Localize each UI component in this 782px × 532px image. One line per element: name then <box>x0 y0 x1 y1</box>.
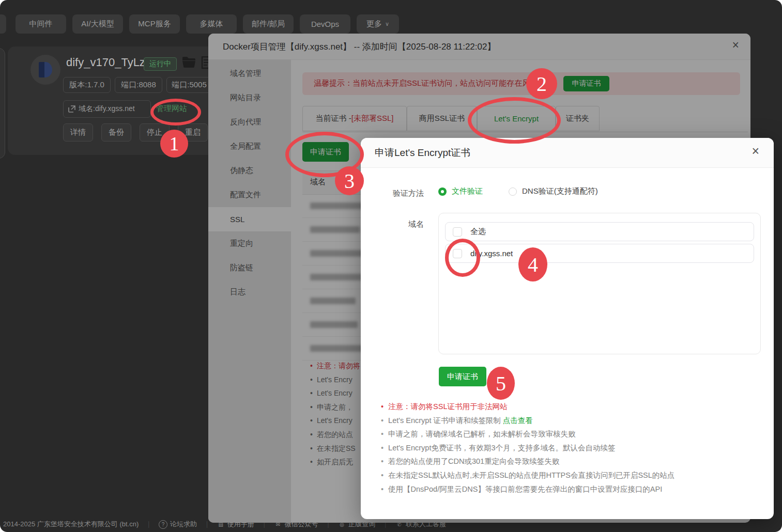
neighbor-card-edge <box>0 48 5 159</box>
external-link-icon <box>68 105 75 113</box>
category-tab-bar: 中间件 AI/大模型 MCP服务 多媒体 邮件/邮局 DevOps 更多∨ <box>0 14 782 34</box>
lets-encrypt-notes: •注意：请勿将SSL证书用于非法网站 •Let's Encrypt 证书申请和续… <box>381 400 753 496</box>
note-item: •Let's Encrypt 证书申请和续签限制点击查看 <box>381 414 753 428</box>
lets-encrypt-modal: 申请Let's Encrypt证书 × 验证方法 文件验证 DNS验证(支持通配… <box>361 138 774 519</box>
project-title: dify_v170_TyLz <box>66 56 145 69</box>
chevron-down-icon: ∨ <box>385 21 389 27</box>
category-tab-ai[interactable]: AI/大模型 <box>72 14 123 34</box>
tab-commercial-ssl[interactable]: 商用SSL证书 <box>407 106 477 131</box>
copyright-text: 2014-2025 广东堡塔安全技术有限公司 (bt.cn) <box>3 520 139 529</box>
category-tab-mcp[interactable]: MCP服务 <box>129 14 180 34</box>
domain-link[interactable]: 域名:dify.xgss.net <box>63 100 151 118</box>
sidebar-item-rewrite[interactable]: 伪静态 <box>208 159 291 183</box>
domain-label: 域名 <box>393 220 424 229</box>
port-tag-1: 端口:8088 <box>115 77 162 93</box>
sidebar-item-config[interactable]: 配置文件 <box>208 183 291 207</box>
tab-lets-encrypt[interactable]: Let's Encrypt <box>477 106 556 131</box>
footer-link-forum[interactable]: ?论坛求助 <box>159 520 197 529</box>
stop-button[interactable]: 停止 <box>140 123 170 142</box>
apply-cert-button[interactable]: 申请证书 <box>302 142 349 162</box>
status-badge: 运行中 <box>144 57 177 71</box>
sidebar-item-proxy[interactable]: 反向代理 <box>208 110 291 134</box>
select-all-label: 全选 <box>470 227 486 237</box>
modal1-header: Docker项目管理【dify.xgss.net】 -- 添加时间【2025-0… <box>208 34 750 60</box>
docker-app-card: dify_v170_TyLz 运行中 版本:1.7.0 端口:8088 端口:5… <box>8 46 235 155</box>
modal1-sidebar: 域名管理 网站目录 反向代理 全局配置 伪静态 配置文件 SSL 重定向 防盗链… <box>208 59 291 523</box>
domain-row[interactable]: dify.xgss.net <box>445 244 754 263</box>
version-tag: 版本:1.7.0 <box>63 77 111 93</box>
modal1-title: Docker项目管理【dify.xgss.net】 -- 添加时间【2025-0… <box>223 41 496 53</box>
note-item: •Let's Encrypt免费证书，有效期3个月，支持多域名。默认会自动续签 <box>381 441 753 455</box>
sidebar-item-redirect[interactable]: 重定向 <box>208 231 291 256</box>
domain-select-panel: 全选 dify.xgss.net <box>438 213 761 354</box>
tab-cert-folder[interactable]: 证书夹 <box>556 106 600 131</box>
category-tab-mail[interactable]: 邮件/邮局 <box>243 14 294 34</box>
view-limits-link[interactable]: 点击查看 <box>503 416 533 425</box>
folder-icon[interactable] <box>182 56 196 70</box>
backup-button[interactable]: 备份 <box>101 123 131 142</box>
domain-checkbox[interactable] <box>453 249 462 258</box>
note-item: •若您的站点使用了CDN或301重定向会导致续签失败 <box>381 455 753 468</box>
note-item: •在未指定SSL默认站点时,未开启SSL的站点使用HTTPS会直接访问到已开启S… <box>381 468 753 482</box>
tab-current-cert[interactable]: 当前证书 -[未部署SSL] <box>302 106 407 131</box>
warning-text: 温馨提示：当前站点未开启SSL证书访问，站点访问可能存在风险 <box>314 79 538 88</box>
note-item: •注意：请勿将SSL证书用于非法网站 <box>381 400 753 414</box>
modal2-title: 申请Let's Encrypt证书 <box>375 146 470 160</box>
category-tab-middleware[interactable]: 中间件 <box>16 14 66 34</box>
category-tab-media[interactable]: 多媒体 <box>186 14 237 34</box>
sidebar-item-dir[interactable]: 网站目录 <box>208 86 291 110</box>
close-icon[interactable]: × <box>752 145 759 158</box>
ssl-warning-banner: 温馨提示：当前站点未开启SSL证书访问，站点访问可能存在风险 申请证书 <box>302 72 740 95</box>
radio-dns-verify-label[interactable]: DNS验证(支持通配符) <box>522 186 598 196</box>
detail-button[interactable]: 详情 <box>63 123 93 142</box>
radio-file-verify[interactable] <box>438 187 447 196</box>
question-icon: ? <box>159 520 167 529</box>
dify-app-logo <box>30 55 60 85</box>
category-tab-more[interactable]: 更多∨ <box>357 14 399 34</box>
apply-cert-banner-button[interactable]: 申请证书 <box>563 76 609 91</box>
apply-cert-submit-button[interactable]: 申请证书 <box>439 367 486 386</box>
manage-site-link[interactable]: 管理网站 <box>156 104 187 114</box>
note-item: •使用【DnsPod/阿里云DNS】等接口前您需要先在弹出的窗口中设置对应接口的… <box>381 482 753 496</box>
screen: 中间件 AI/大模型 MCP服务 多媒体 邮件/邮局 DevOps 更多∨ di… <box>0 0 782 532</box>
modal2-header: 申请Let's Encrypt证书 × <box>361 138 774 168</box>
verify-method-label: 验证方法 <box>393 189 424 198</box>
category-tab-partial[interactable] <box>0 14 6 34</box>
close-icon[interactable]: × <box>732 39 739 51</box>
category-tab-devops[interactable]: DevOps <box>300 14 350 34</box>
note-item: •申请之前，请确保域名已解析，如未解析会导致审核失败 <box>381 427 753 441</box>
radio-file-verify-label[interactable]: 文件验证 <box>452 186 483 196</box>
sidebar-item-ssl[interactable]: SSL <box>208 207 291 231</box>
port-tag-2: 端口:5005 <box>166 77 212 93</box>
domain-row-label: dify.xgss.net <box>470 249 513 258</box>
sidebar-item-global[interactable]: 全局配置 <box>208 134 291 159</box>
select-all-checkbox[interactable] <box>453 227 462 237</box>
ssl-tab-bar: 当前证书 -[未部署SSL] 商用SSL证书 Let's Encrypt 证书夹 <box>302 106 748 132</box>
dify-logo-icon <box>39 61 52 78</box>
sidebar-item-log[interactable]: 日志 <box>208 280 291 304</box>
restart-button[interactable]: 重启 <box>178 123 208 142</box>
radio-dns-verify[interactable] <box>509 187 517 196</box>
sidebar-item-antileech[interactable]: 防盗链 <box>208 256 291 280</box>
sidebar-item-domain[interactable]: 域名管理 <box>208 61 291 86</box>
verify-method-options: 文件验证 DNS验证(支持通配符) <box>438 186 598 196</box>
select-all-row[interactable]: 全选 <box>445 222 754 241</box>
